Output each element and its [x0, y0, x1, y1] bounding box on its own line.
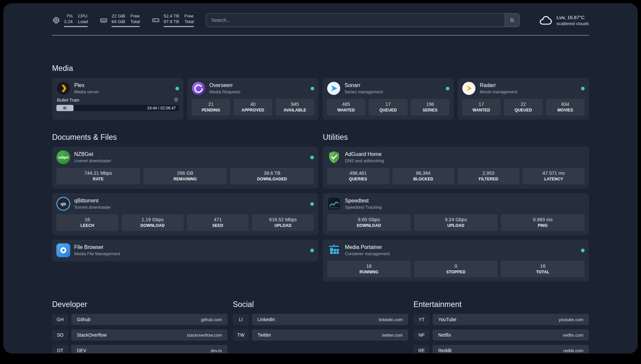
bookmark-dev[interactable]: DT DEV dev.to	[52, 345, 228, 353]
cpu-usage-value: 7%	[66, 13, 73, 19]
utilities-column: Utilities AdGuard Home DNS and adblockin…	[323, 133, 589, 282]
cpu-usage-bar	[64, 26, 88, 27]
stat-blocked: 86,384BLOCKED	[392, 168, 454, 184]
stat-queued: 17QUEUED	[369, 99, 407, 115]
disk-free-label: Free	[184, 13, 194, 19]
resource-memory: 22 GiB 64 GiB Free Total	[100, 13, 140, 27]
resource-disk: 52.4 TB 97.9 TB Free Total	[152, 13, 194, 27]
nzbget-icon: nzbget	[56, 150, 70, 164]
now-playing-title: Bullet Train	[57, 98, 79, 103]
qbittorrent-icon: qb	[56, 197, 70, 211]
bookmark-group-developer: Developer GH Github github.com SO StackO…	[52, 300, 228, 353]
bookmark-url: reddit.com	[563, 348, 583, 353]
weather-condition: scattered clouds	[557, 21, 589, 26]
stat-running: 16RUNNING	[327, 261, 411, 277]
cpu-load-label: Load	[78, 19, 88, 24]
bookmark-abbr: TW	[233, 329, 249, 341]
filebrowser-icon	[56, 243, 70, 257]
sonarr-icon	[327, 81, 341, 95]
bookmark-abbr: LI	[233, 314, 249, 325]
bookmark-name: YouTube	[438, 317, 456, 322]
stat-download: 1.19 GbpsDOWNLOAD	[122, 214, 184, 231]
bookmark-abbr: GH	[52, 314, 68, 325]
overseerr-icon	[192, 81, 205, 95]
service-description: Speedtest Tracking	[345, 204, 382, 210]
service-description: Torrent downloader	[74, 204, 111, 210]
section-title-documents: Documents & Files	[52, 133, 318, 142]
disk-free-value: 52.4 TB	[164, 13, 179, 19]
stat-latency: 47.571 msLATENCY	[523, 168, 585, 184]
portainer-crane-icon	[327, 243, 341, 257]
bookmark-stackoverflow[interactable]: SO StackOverflow stackoverflow.com	[52, 329, 228, 341]
service-description: Movie management	[480, 89, 517, 95]
service-name: Speedtest	[345, 197, 382, 204]
bookmark-url: stackoverflow.com	[187, 333, 222, 338]
stat-seed: 471SEED	[187, 214, 249, 231]
stat-total: 16TOTAL	[501, 261, 585, 277]
service-card-portainer[interactable]: Media Portainer Container management 16R…	[323, 240, 589, 282]
bookmark-linkedin[interactable]: LI LinkedIn linkedin.com	[233, 314, 408, 325]
service-card-overseerr[interactable]: Overseerr Media Requests 21PENDING 40APP…	[187, 78, 319, 120]
stat-filtered: 2,953FILTERED	[458, 168, 520, 184]
bookmark-netflix[interactable]: NF Netflix netflix.com	[413, 329, 589, 341]
memory-free-value: 22 GiB	[111, 13, 125, 19]
service-card-qbittorrent[interactable]: qb qBittorrent Torrent downloader 16LEEC…	[52, 193, 318, 235]
stat-download: 9.65 GbpsDOWNLOAD	[327, 214, 411, 231]
service-description: Container management	[345, 251, 390, 257]
speedtest-chart-icon	[327, 197, 341, 211]
pause-icon[interactable]	[64, 106, 66, 109]
memory-total-label: Total	[131, 19, 140, 24]
service-name: Media Portainer	[345, 244, 390, 251]
bookmark-name: DEV	[77, 348, 86, 353]
bookmark-name: Github	[77, 317, 90, 322]
service-name: Radarr	[480, 82, 517, 89]
bookmark-url: linkedin.com	[379, 317, 403, 322]
bookmark-group-entertainment: Entertainment YT YouTube youtube.com NF …	[413, 300, 589, 353]
section-title-entertainment: Entertainment	[413, 300, 589, 309]
bookmark-abbr: NF	[413, 329, 430, 341]
stat-queued: 22QUEUED	[504, 99, 542, 115]
memory-icon	[100, 16, 108, 24]
playback-progress-bar[interactable]: 24:44 / 02:06:47	[56, 105, 179, 111]
cpu-load-value: 3.24	[64, 19, 73, 24]
adguard-shield-icon	[327, 150, 341, 164]
memory-free-label: Free	[131, 13, 140, 19]
stat-leech: 16LEECH	[56, 214, 118, 231]
bookmark-reddit[interactable]: RE Reddit reddit.com	[413, 345, 589, 353]
status-dot	[581, 249, 585, 252]
status-dot	[175, 87, 179, 90]
status-dot	[310, 249, 314, 252]
search-provider-button[interactable]: G	[505, 14, 519, 27]
plex-icon	[56, 81, 70, 95]
weather-widget: Lviv, 16.87°C scattered clouds	[539, 13, 589, 27]
service-card-sonarr[interactable]: Sonarr Series management 485WANTED 17QUE…	[322, 78, 454, 120]
stat-queries: 498,461QUERIES	[327, 168, 389, 184]
bookmark-abbr: RE	[413, 345, 430, 353]
gear-icon[interactable]: ⚙	[174, 97, 178, 103]
service-card-radarr[interactable]: Radarr Movie management 17WANTED 22QUEUE…	[458, 78, 589, 120]
stat-stopped: 0STOPPED	[414, 261, 498, 277]
bookmark-youtube[interactable]: YT YouTube youtube.com	[413, 314, 589, 325]
bookmark-github[interactable]: GH Github github.com	[52, 314, 228, 325]
stat-movies: 834MOVIES	[546, 99, 585, 115]
header-divider	[52, 35, 589, 36]
bookmark-twitter[interactable]: TW Twitter twitter.com	[233, 329, 408, 341]
service-name: Overseerr	[209, 82, 240, 89]
service-name: NZBGet	[74, 151, 111, 158]
top-bar: 7% 3.24 CPU Load	[52, 13, 589, 27]
service-description: Usenet downloader	[74, 158, 111, 164]
documents-column: Documents & Files nzbget NZBGet Usenet d…	[52, 133, 318, 261]
service-name: Plex	[74, 82, 99, 89]
search-bar[interactable]: G	[206, 13, 520, 27]
service-card-plex[interactable]: Plex Media server Bullet Train ⚙ 24:44	[52, 78, 183, 120]
bookmark-name: LinkedIn	[258, 317, 275, 322]
service-card-nzbget[interactable]: nzbget NZBGet Usenet downloader 744.21 M…	[52, 147, 318, 189]
cpu-usage-label: CPU	[78, 13, 88, 19]
service-name: AdGuard Home	[345, 151, 384, 158]
service-card-adguard[interactable]: AdGuard Home DNS and adblocking 498,461Q…	[323, 147, 589, 189]
search-input[interactable]	[206, 14, 505, 27]
service-card-filebrowser[interactable]: File Browser Media File Management	[52, 240, 318, 261]
service-description: DNS and adblocking	[345, 158, 384, 164]
status-dot	[581, 87, 585, 90]
service-card-speedtest[interactable]: Speedtest Speedtest Tracking 9.65 GbpsDO…	[323, 193, 589, 235]
